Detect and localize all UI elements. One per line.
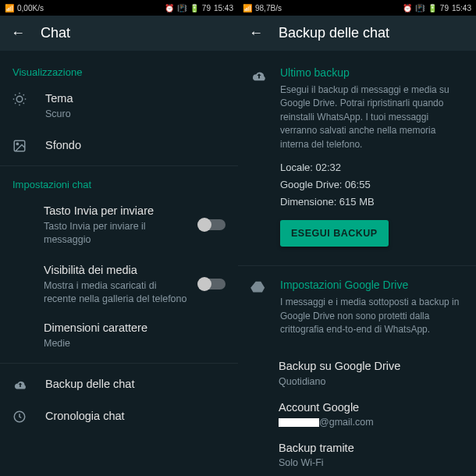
last-backup-desc: Esegui il backup di messaggi e media su … xyxy=(280,83,464,151)
signal-icon: 📶 xyxy=(243,4,252,12)
last-backup-title: Ultimo backup xyxy=(280,66,464,79)
backup-gdrive: Google Drive: 06:55 xyxy=(280,176,464,194)
font-size-label: Dimensioni carattere xyxy=(44,320,226,336)
statusbar-right: 📶 98,7B/s ⏰ 📳 🔋 79 15:43 xyxy=(238,0,476,16)
signal-icon: 📶 xyxy=(5,4,14,12)
network-speed: 98,7B/s xyxy=(255,4,282,12)
page-title: Chat xyxy=(41,25,70,41)
alarm-icon: ⏰ xyxy=(403,4,412,12)
backup-chat-label: Backup delle chat xyxy=(45,376,226,392)
google-account-item[interactable]: Account Google @gmail.com xyxy=(238,393,476,434)
section-display: Visualizzazione xyxy=(0,59,238,83)
redacted-email xyxy=(279,418,319,427)
page-title: Backup delle chat xyxy=(279,25,389,41)
battery-icon: 🔋 xyxy=(428,4,437,12)
screen-backup: 📶 98,7B/s ⏰ 📳 🔋 79 15:43 ← Backup delle … xyxy=(238,0,476,476)
media-visibility-label: Visibilità dei media xyxy=(44,262,190,278)
section-chat-settings: Impostazioni chat xyxy=(0,171,238,195)
backup-frequency-label: Backup su Google Drive xyxy=(279,358,464,374)
backup-via-value: Solo Wi-Fi xyxy=(279,457,464,468)
clock: 15:43 xyxy=(452,4,471,12)
battery-pct: 79 xyxy=(440,4,449,12)
network-speed: 0,00K/s xyxy=(17,4,44,12)
cloud-upload-icon xyxy=(250,68,268,82)
backup-frequency-value: Quotidiano xyxy=(279,376,464,387)
backup-chat-item[interactable]: Backup delle chat xyxy=(0,368,238,400)
statusbar-left: 📶 0,00K/s ⏰ 📳 🔋 79 15:43 xyxy=(0,0,238,16)
divider xyxy=(0,165,238,166)
gdrive-settings-desc: I messaggi e i media sottoposti a backup… xyxy=(280,296,464,336)
theme-icon xyxy=(12,92,30,106)
font-size-value: Medie xyxy=(44,337,226,350)
svg-point-2 xyxy=(16,143,18,144)
enter-send-toggle[interactable] xyxy=(199,219,226,230)
svg-point-0 xyxy=(16,96,23,102)
theme-item[interactable]: Tema Scuro xyxy=(0,83,238,130)
google-account-label: Account Google xyxy=(279,400,464,415)
media-visibility-sub: Mostra i media scaricati di recente nell… xyxy=(44,279,190,306)
enter-send-label: Tasto Invia per inviare xyxy=(44,203,190,218)
divider xyxy=(238,265,476,266)
theme-label: Tema xyxy=(45,91,226,106)
google-account-value: @gmail.com xyxy=(279,417,464,428)
back-button[interactable]: ← xyxy=(249,25,263,41)
history-icon xyxy=(12,410,30,424)
backup-via-item[interactable]: Backup tramite Solo Wi-Fi xyxy=(238,434,476,474)
chat-history-item[interactable]: Cronologia chat xyxy=(0,400,238,432)
backup-local: Locale: 02:32 xyxy=(280,159,464,176)
wallpaper-item[interactable]: Sfondo xyxy=(0,130,238,161)
battery-pct: 79 xyxy=(202,4,211,12)
back-button[interactable]: ← xyxy=(11,25,25,41)
font-size-item[interactable]: Dimensioni carattere Medie xyxy=(0,314,238,358)
vibrate-icon: 📳 xyxy=(415,4,424,12)
gdrive-icon xyxy=(250,280,268,294)
chat-history-label: Cronologia chat xyxy=(45,408,226,424)
backup-frequency-item[interactable]: Backup su Google Drive Quotidiano xyxy=(238,352,476,393)
enter-send-sub: Tasto Invia per inviare il messaggio xyxy=(44,220,190,247)
battery-icon: 🔋 xyxy=(190,4,199,12)
theme-value: Scuro xyxy=(45,108,226,122)
backup-size: Dimensione: 615 MB xyxy=(280,194,464,211)
vibrate-icon: 📳 xyxy=(177,4,186,12)
gdrive-settings-title: Impostazioni Google Drive xyxy=(280,279,464,291)
wallpaper-label: Sfondo xyxy=(45,137,226,153)
media-visibility-item[interactable]: Visibilità dei media Mostra i media scar… xyxy=(0,254,238,314)
alarm-icon: ⏰ xyxy=(165,4,174,12)
screen-chat-settings: 📶 0,00K/s ⏰ 📳 🔋 79 15:43 ← Chat Visualiz… xyxy=(0,0,238,476)
appbar-right: ← Backup delle chat xyxy=(238,16,476,51)
divider xyxy=(0,363,238,364)
wallpaper-icon xyxy=(12,139,30,153)
gdrive-settings-block: Impostazioni Google Drive I messaggi e i… xyxy=(238,271,476,352)
clock: 15:43 xyxy=(214,4,233,12)
media-visibility-toggle[interactable] xyxy=(199,279,226,290)
enter-send-item[interactable]: Tasto Invia per inviare Tasto Invia per … xyxy=(0,195,238,254)
cloud-upload-icon xyxy=(12,378,30,390)
last-backup-block: Ultimo backup Esegui il backup di messag… xyxy=(238,59,476,254)
backup-now-button[interactable]: ESEGUI BACKUP xyxy=(280,220,389,247)
backup-via-label: Backup tramite xyxy=(279,440,464,456)
appbar-left: ← Chat xyxy=(0,16,238,51)
